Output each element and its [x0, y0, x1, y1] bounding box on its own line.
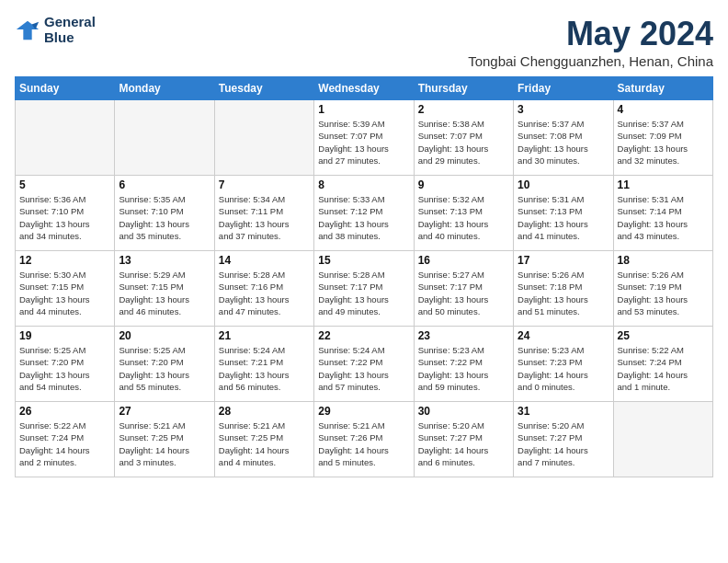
calendar-cell: 28Sunrise: 5:21 AM Sunset: 7:25 PM Dayli…: [214, 402, 313, 477]
day-number: 18: [618, 254, 709, 267]
day-number: 22: [318, 329, 409, 342]
day-number: 13: [119, 254, 210, 267]
day-info: Sunrise: 5:25 AM Sunset: 7:20 PM Dayligh…: [119, 344, 210, 393]
calendar-cell: 26Sunrise: 5:22 AM Sunset: 7:24 PM Dayli…: [16, 402, 115, 477]
calendar-cell: 10Sunrise: 5:31 AM Sunset: 7:13 PM Dayli…: [514, 176, 613, 251]
day-number: 10: [518, 178, 609, 191]
calendar-cell: 19Sunrise: 5:25 AM Sunset: 7:20 PM Dayli…: [16, 327, 115, 402]
day-info: Sunrise: 5:22 AM Sunset: 7:24 PM Dayligh…: [19, 419, 110, 468]
day-info: Sunrise: 5:33 AM Sunset: 7:12 PM Dayligh…: [318, 193, 409, 242]
logo-text-line1: General: [44, 15, 96, 30]
day-info: Sunrise: 5:34 AM Sunset: 7:11 PM Dayligh…: [219, 193, 310, 242]
day-info: Sunrise: 5:23 AM Sunset: 7:22 PM Dayligh…: [418, 344, 509, 393]
day-info: Sunrise: 5:21 AM Sunset: 7:26 PM Dayligh…: [318, 419, 409, 468]
day-info: Sunrise: 5:28 AM Sunset: 7:16 PM Dayligh…: [219, 269, 310, 317]
week-row-4: 19Sunrise: 5:25 AM Sunset: 7:20 PM Dayli…: [16, 327, 713, 402]
calendar-cell: 23Sunrise: 5:23 AM Sunset: 7:22 PM Dayli…: [414, 327, 513, 402]
col-header-tuesday: Tuesday: [214, 77, 313, 100]
day-info: Sunrise: 5:35 AM Sunset: 7:10 PM Dayligh…: [119, 193, 210, 242]
calendar-cell: 7Sunrise: 5:34 AM Sunset: 7:11 PM Daylig…: [214, 176, 313, 251]
day-number: 14: [219, 254, 310, 267]
day-number: 20: [119, 329, 210, 342]
col-header-friday: Friday: [514, 77, 613, 100]
day-number: 12: [19, 254, 110, 267]
day-number: 3: [518, 103, 609, 116]
col-header-wednesday: Wednesday: [314, 77, 414, 100]
day-info: Sunrise: 5:26 AM Sunset: 7:18 PM Dayligh…: [518, 269, 609, 317]
day-info: Sunrise: 5:24 AM Sunset: 7:22 PM Dayligh…: [318, 344, 409, 393]
week-row-2: 5Sunrise: 5:36 AM Sunset: 7:10 PM Daylig…: [16, 176, 713, 251]
week-row-3: 12Sunrise: 5:30 AM Sunset: 7:15 PM Dayli…: [16, 251, 713, 327]
calendar-cell: 1Sunrise: 5:39 AM Sunset: 7:07 PM Daylig…: [314, 100, 414, 176]
day-info: Sunrise: 5:28 AM Sunset: 7:17 PM Dayligh…: [318, 269, 409, 317]
month-title: May 2024: [468, 15, 713, 53]
col-header-saturday: Saturday: [613, 77, 712, 100]
day-info: Sunrise: 5:30 AM Sunset: 7:15 PM Dayligh…: [19, 269, 110, 317]
calendar-cell: [115, 100, 214, 176]
header-row: SundayMondayTuesdayWednesdayThursdayFrid…: [16, 77, 713, 100]
day-number: 2: [418, 103, 509, 116]
calendar-cell: 4Sunrise: 5:37 AM Sunset: 7:09 PM Daylig…: [613, 100, 712, 176]
day-number: 19: [19, 329, 110, 342]
col-header-thursday: Thursday: [414, 77, 513, 100]
day-number: 25: [618, 329, 709, 342]
calendar-cell: [613, 402, 712, 477]
calendar-cell: 20Sunrise: 5:25 AM Sunset: 7:20 PM Dayli…: [115, 327, 214, 402]
day-number: 28: [219, 405, 310, 418]
day-info: Sunrise: 5:21 AM Sunset: 7:25 PM Dayligh…: [219, 419, 310, 468]
calendar-cell: 11Sunrise: 5:31 AM Sunset: 7:14 PM Dayli…: [613, 176, 712, 251]
calendar-cell: 13Sunrise: 5:29 AM Sunset: 7:15 PM Dayli…: [115, 251, 214, 327]
calendar-cell: 15Sunrise: 5:28 AM Sunset: 7:17 PM Dayli…: [314, 251, 414, 327]
day-info: Sunrise: 5:39 AM Sunset: 7:07 PM Dayligh…: [318, 118, 409, 167]
day-number: 30: [418, 405, 509, 418]
day-info: Sunrise: 5:27 AM Sunset: 7:17 PM Dayligh…: [418, 269, 509, 317]
title-block: May 2024 Tongbai Chengguanzhen, Henan, C…: [468, 15, 713, 69]
calendar-cell: 8Sunrise: 5:33 AM Sunset: 7:12 PM Daylig…: [314, 176, 414, 251]
calendar-cell: 18Sunrise: 5:26 AM Sunset: 7:19 PM Dayli…: [613, 251, 712, 327]
calendar-cell: [214, 100, 313, 176]
day-info: Sunrise: 5:31 AM Sunset: 7:14 PM Dayligh…: [618, 193, 709, 242]
day-number: 26: [19, 405, 110, 418]
calendar-cell: 6Sunrise: 5:35 AM Sunset: 7:10 PM Daylig…: [115, 176, 214, 251]
logo: General Blue: [15, 15, 96, 45]
day-number: 17: [518, 254, 609, 267]
calendar-cell: 31Sunrise: 5:20 AM Sunset: 7:27 PM Dayli…: [514, 402, 613, 477]
day-info: Sunrise: 5:26 AM Sunset: 7:19 PM Dayligh…: [618, 269, 709, 317]
day-info: Sunrise: 5:29 AM Sunset: 7:15 PM Dayligh…: [119, 269, 210, 317]
day-info: Sunrise: 5:36 AM Sunset: 7:10 PM Dayligh…: [19, 193, 110, 242]
calendar-cell: 24Sunrise: 5:23 AM Sunset: 7:23 PM Dayli…: [514, 327, 613, 402]
calendar-cell: 27Sunrise: 5:21 AM Sunset: 7:25 PM Dayli…: [115, 402, 214, 477]
calendar-table: SundayMondayTuesdayWednesdayThursdayFrid…: [15, 76, 713, 477]
day-number: 23: [418, 329, 509, 342]
day-number: 6: [119, 178, 210, 191]
day-info: Sunrise: 5:24 AM Sunset: 7:21 PM Dayligh…: [219, 344, 310, 393]
day-number: 11: [618, 178, 709, 191]
calendar-cell: 22Sunrise: 5:24 AM Sunset: 7:22 PM Dayli…: [314, 327, 414, 402]
day-number: 31: [518, 405, 609, 418]
calendar-cell: 21Sunrise: 5:24 AM Sunset: 7:21 PM Dayli…: [214, 327, 313, 402]
calendar-cell: 17Sunrise: 5:26 AM Sunset: 7:18 PM Dayli…: [514, 251, 613, 327]
day-number: 16: [418, 254, 509, 267]
calendar-cell: 3Sunrise: 5:37 AM Sunset: 7:08 PM Daylig…: [514, 100, 613, 176]
calendar-cell: 29Sunrise: 5:21 AM Sunset: 7:26 PM Dayli…: [314, 402, 414, 477]
calendar-cell: 30Sunrise: 5:20 AM Sunset: 7:27 PM Dayli…: [414, 402, 513, 477]
calendar-cell: 16Sunrise: 5:27 AM Sunset: 7:17 PM Dayli…: [414, 251, 513, 327]
col-header-sunday: Sunday: [16, 77, 115, 100]
day-number: 24: [518, 329, 609, 342]
calendar-cell: 5Sunrise: 5:36 AM Sunset: 7:10 PM Daylig…: [16, 176, 115, 251]
day-info: Sunrise: 5:20 AM Sunset: 7:27 PM Dayligh…: [518, 419, 609, 468]
day-number: 15: [318, 254, 409, 267]
logo-icon: [15, 17, 40, 43]
day-number: 21: [219, 329, 310, 342]
location-title: Tongbai Chengguanzhen, Henan, China: [468, 53, 713, 69]
day-info: Sunrise: 5:21 AM Sunset: 7:25 PM Dayligh…: [119, 419, 210, 468]
calendar-cell: 2Sunrise: 5:38 AM Sunset: 7:07 PM Daylig…: [414, 100, 513, 176]
calendar-cell: [16, 100, 115, 176]
calendar-cell: 9Sunrise: 5:32 AM Sunset: 7:13 PM Daylig…: [414, 176, 513, 251]
day-info: Sunrise: 5:25 AM Sunset: 7:20 PM Dayligh…: [19, 344, 110, 393]
day-number: 29: [318, 405, 409, 418]
calendar-cell: 25Sunrise: 5:22 AM Sunset: 7:24 PM Dayli…: [613, 327, 712, 402]
col-header-monday: Monday: [115, 77, 214, 100]
day-info: Sunrise: 5:31 AM Sunset: 7:13 PM Dayligh…: [518, 193, 609, 242]
day-number: 1: [318, 103, 409, 116]
